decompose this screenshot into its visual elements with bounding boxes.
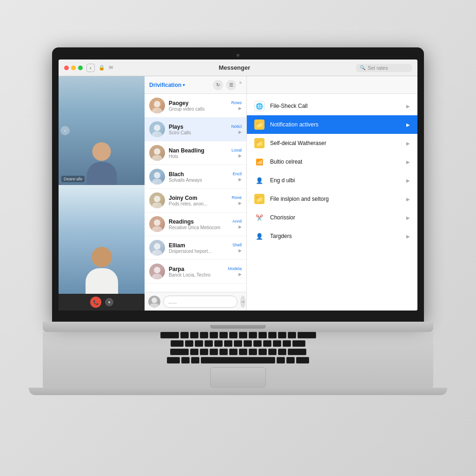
trackpad[interactable] (210, 367, 266, 388)
conv-preview: Recative Drica Metiocom (169, 225, 229, 230)
menu-item[interactable]: 🌐 File-Sheck Call ▶ (247, 97, 417, 115)
conversation-list: Paogey Group video calls Rows ▶ Plays Sc… (145, 94, 246, 292)
key (283, 340, 291, 347)
menu-item-icon: 📁 (254, 194, 264, 204)
key (200, 332, 208, 338)
conv-meta: Shell ▶ (232, 243, 242, 253)
list-item[interactable]: Elliam Dnipersiced heport... Shell ▶ (145, 236, 246, 260)
video-prev-button[interactable]: ‹ (60, 126, 70, 135)
lock-icon: 🔒 (99, 65, 105, 71)
key (171, 340, 184, 347)
key (288, 332, 296, 338)
laptop-screen: ‹ 🔒 ✉ Messenger 🔍 Sel rates (59, 60, 417, 311)
video-panel: ‹ Deare-afe 📞 (59, 76, 145, 311)
key (210, 332, 218, 338)
key (180, 332, 189, 338)
message-input[interactable] (163, 296, 238, 308)
video-bottom (59, 185, 145, 294)
search-bar[interactable]: 🔍 Sel rates (356, 64, 412, 72)
conv-preview: Group video calls (169, 106, 227, 112)
conv-name: Nan Beadling (169, 147, 228, 154)
submenu-arrow-icon: ▶ (406, 178, 410, 183)
conv-arrow-icon: ▶ (238, 130, 242, 134)
conv-preview: Solvails Anways (169, 178, 229, 183)
conv-name: Joiny Com (169, 195, 228, 201)
mute-button[interactable]: ▾ (105, 298, 113, 306)
conv-preview: Sciro Calls (169, 130, 227, 135)
title-bar-left: ‹ 🔒 ✉ (64, 64, 113, 72)
conv-tag: Annil (232, 219, 242, 224)
conv-tag: Looal (231, 148, 242, 152)
keyboard-row-spacebar (167, 357, 309, 364)
list-item[interactable]: Blach Solvails Anways Encil ▶ (145, 165, 246, 189)
right-panel: 🌐 File-Sheck Call ▶ 📁 Notification activ… (247, 76, 417, 311)
key (249, 349, 257, 355)
video-controls-bar: 📞 ▾ (59, 294, 145, 311)
key (273, 340, 281, 347)
conv-arrow-icon: ▶ (238, 272, 242, 277)
list-view-button[interactable]: ☰ (226, 80, 236, 90)
key (258, 349, 267, 355)
menu-item-icon: 👤 (254, 231, 264, 241)
search-placeholder: Sel rates (368, 65, 388, 71)
keyboard-row-1 (160, 332, 316, 338)
key (167, 357, 180, 364)
spacebar-key[interactable] (201, 357, 275, 364)
key (191, 357, 199, 364)
keyboard-area (43, 332, 433, 388)
key (229, 332, 238, 338)
menu-item[interactable]: 📁 Notification activers ▶ (247, 115, 417, 134)
refresh-icon-button[interactable]: ↻ (213, 80, 223, 90)
key (160, 332, 179, 338)
key (263, 340, 271, 347)
list-item[interactable]: Parpa Banck Locia, Techro Modela ▶ (145, 260, 246, 284)
conv-meta: Noticl ▶ (231, 124, 242, 134)
conv-arrow-icon: ▶ (238, 106, 242, 111)
maximize-button[interactable] (78, 66, 83, 70)
menu-item[interactable]: 📁 File inslpion and seltorg ▶ (247, 190, 417, 208)
conv-info: Joiny Com Pods reles. anon... (169, 195, 228, 206)
key (181, 357, 190, 364)
conv-tag: Rows (231, 100, 242, 105)
conv-arrow-icon: ▶ (238, 177, 242, 182)
conv-meta: Rows ▶ (231, 100, 242, 111)
messenger-dropdown[interactable]: Drivification ▾ (149, 82, 185, 88)
end-call-button[interactable]: 📞 (90, 297, 101, 308)
menu-item[interactable]: 📁 Self-deical Watheraser ▶ (247, 134, 417, 152)
key (214, 340, 223, 347)
search-icon: 🔍 (360, 65, 365, 70)
key (239, 349, 247, 355)
minimize-button[interactable] (71, 66, 76, 70)
submenu-arrow-icon: ▶ (406, 141, 410, 146)
avatar (149, 98, 165, 113)
message-input-bar: → Seilt up (145, 292, 246, 311)
menu-item[interactable]: 👤 Targders ▶ (247, 227, 417, 245)
back-button[interactable]: ‹ (86, 64, 95, 72)
menu-item-icon: 📁 (254, 138, 264, 148)
conv-info: Parpa Banck Locia, Techro (169, 266, 224, 278)
menu-item-icon: 📶 (254, 157, 264, 167)
menu-item[interactable]: 👤 Eng d ulbi ▶ (247, 171, 417, 190)
list-item[interactable]: Plays Sciro Calls Noticl ▶ (145, 118, 246, 141)
video-top-label: Deare-afe (61, 176, 85, 182)
list-item[interactable]: Nan Beadling Hots Looal ▶ (145, 141, 246, 165)
submenu-arrow-icon: ▶ (406, 122, 410, 127)
list-item[interactable]: Paogey Group video calls Rows ▶ (145, 94, 246, 118)
window-title: Messenger (113, 64, 356, 71)
close-button[interactable] (64, 66, 69, 70)
conv-info: Elliam Dnipersiced heport... (169, 242, 229, 254)
conv-preview: Dnipersiced heport... (169, 249, 229, 254)
send-button[interactable]: → (240, 296, 245, 308)
menu-item-label: Targders (270, 233, 401, 239)
avatar (149, 169, 165, 185)
list-item[interactable]: Joiny Com Pods reles. anon... Rone ▶ (145, 189, 246, 212)
video-top-person (59, 76, 145, 185)
conv-arrow-icon: ▶ (238, 248, 242, 253)
list-item[interactable]: Readings Recative Drica Metiocom Annil ▶ (145, 212, 246, 236)
menu-list: 🌐 File-Sheck Call ▶ 📁 Notification activ… (247, 94, 417, 311)
conv-meta: Annil ▶ (232, 219, 242, 229)
key (278, 349, 286, 355)
menu-item[interactable]: ✂️ Chorissior ▶ (247, 208, 417, 227)
screen-bezel: ‹ 🔒 ✉ Messenger 🔍 Sel rates (52, 47, 424, 322)
menu-item[interactable]: 📶 Bultio celreat ▶ (247, 152, 417, 171)
